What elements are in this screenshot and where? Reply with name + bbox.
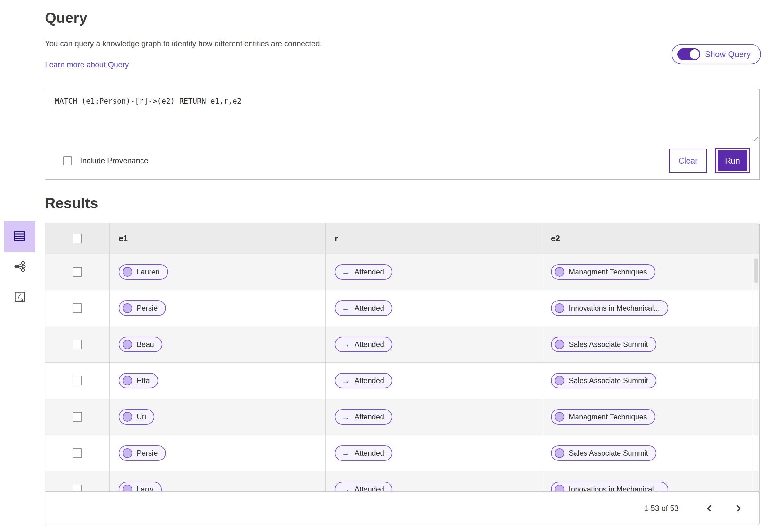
relation-pill[interactable]: → Attended xyxy=(334,337,393,352)
table-row: Persie → Attended Innovations in Mechani… xyxy=(45,290,759,326)
entity-pill-e1[interactable]: Larry xyxy=(119,482,162,492)
entity-pill-e1[interactable]: Etta xyxy=(119,373,158,388)
entity-circle-icon xyxy=(123,485,132,492)
entity-circle-icon xyxy=(555,448,564,458)
row-checkbox[interactable] xyxy=(72,448,82,458)
table-row: Lauren → Attended Managment Techniques xyxy=(45,254,759,290)
route-map-icon xyxy=(15,292,25,303)
table-row: Etta → Attended Sales Associate Summit xyxy=(45,362,759,399)
entity-pill-e2[interactable]: Managment Techniques xyxy=(551,264,656,280)
entity-pill-e1[interactable]: Uri xyxy=(119,409,154,425)
relation-arrow-icon: → xyxy=(342,376,350,385)
show-query-label: Show Query xyxy=(705,49,751,59)
table-scrollbar-thumb[interactable] xyxy=(754,258,758,283)
column-label-e1: e1 xyxy=(119,234,128,243)
row-checkbox[interactable] xyxy=(72,340,82,349)
entity-circle-icon xyxy=(123,376,132,385)
results-table: e1 r e2 Lauren → Attend xyxy=(45,223,760,492)
header-cell-e1: e1 xyxy=(109,223,325,254)
table-row: Uri → Attended Managment Techniques xyxy=(45,399,759,435)
entity-pill-e2[interactable]: Sales Associate Summit xyxy=(551,337,656,352)
next-page-button[interactable] xyxy=(727,499,747,518)
header-cell-r: r xyxy=(325,223,542,254)
chevron-right-icon xyxy=(733,505,740,511)
entity-pill-e1[interactable]: Beau xyxy=(119,337,162,352)
query-textarea[interactable]: MATCH (e1:Person)-[r]->(e2) RETURN e1,r,… xyxy=(45,89,759,142)
results-section-title: Results xyxy=(45,195,98,212)
header-gutter-cell xyxy=(754,223,760,254)
pagination-range-label: 1-53 of 53 xyxy=(644,504,679,513)
entity-pill-e2[interactable]: Innovations in Mechanical... xyxy=(551,300,668,316)
column-label-e2: e2 xyxy=(551,234,560,243)
relation-arrow-icon: → xyxy=(342,485,350,492)
entity-circle-icon xyxy=(555,376,564,385)
network-graph-icon xyxy=(14,261,26,273)
toggle-switch-on-icon xyxy=(677,48,700,60)
include-provenance-checkbox[interactable] xyxy=(63,156,72,165)
row-checkbox[interactable] xyxy=(72,485,82,492)
entity-circle-icon xyxy=(123,303,132,313)
entity-circle-icon xyxy=(555,267,564,277)
relation-pill[interactable]: → Attended xyxy=(334,409,393,425)
chevron-left-icon xyxy=(707,505,714,511)
run-button[interactable]: Run xyxy=(716,149,749,172)
relation-arrow-icon: → xyxy=(342,340,350,349)
query-footer: Include Provenance Clear Run xyxy=(45,142,759,179)
query-section-title: Query xyxy=(45,10,88,26)
table-row: Beau → Attended Sales Associate Summit xyxy=(45,326,759,362)
table-row: Larry → Attended Innovations in Mechanic… xyxy=(45,471,759,492)
view-switcher-rail xyxy=(0,221,42,313)
entity-circle-icon xyxy=(123,412,132,422)
row-checkbox[interactable] xyxy=(72,376,82,385)
relation-pill[interactable]: → Attended xyxy=(334,445,393,461)
table-icon xyxy=(14,231,25,242)
query-description: You can query a knowledge graph to ident… xyxy=(45,39,322,48)
row-checkbox[interactable] xyxy=(72,267,82,277)
relation-arrow-icon: → xyxy=(342,304,350,312)
table-body: Lauren → Attended Managment Techniques P… xyxy=(45,254,759,492)
header-checkbox-cell xyxy=(45,223,109,254)
relation-pill[interactable]: → Attended xyxy=(334,482,393,492)
entity-circle-icon xyxy=(555,340,564,349)
entity-circle-icon xyxy=(123,267,132,277)
relation-pill[interactable]: → Attended xyxy=(334,300,393,316)
clear-button[interactable]: Clear xyxy=(669,149,707,173)
profile-view-button[interactable] xyxy=(4,282,35,313)
row-checkbox[interactable] xyxy=(72,412,82,422)
show-query-toggle[interactable]: Show Query xyxy=(672,44,761,64)
header-cell-e2: e2 xyxy=(542,223,754,254)
entity-pill-e2[interactable]: Sales Associate Summit xyxy=(551,373,656,388)
entity-pill-e2[interactable]: Managment Techniques xyxy=(551,409,656,425)
entity-pill-e1[interactable]: Persie xyxy=(119,445,166,461)
graph-view-button[interactable] xyxy=(4,252,35,282)
entity-pill-e2[interactable]: Sales Associate Summit xyxy=(551,445,656,461)
include-provenance-label: Include Provenance xyxy=(80,156,148,165)
select-all-checkbox[interactable] xyxy=(72,234,82,243)
learn-more-link[interactable]: Learn more about Query xyxy=(45,60,129,69)
previous-page-button[interactable] xyxy=(701,499,720,518)
entity-circle-icon xyxy=(555,485,564,492)
entity-circle-icon xyxy=(555,303,564,313)
relation-arrow-icon: → xyxy=(342,413,350,421)
entity-circle-icon xyxy=(123,340,132,349)
row-checkbox[interactable] xyxy=(72,303,82,313)
relation-arrow-icon: → xyxy=(342,268,350,276)
entity-pill-e1[interactable]: Lauren xyxy=(119,264,168,280)
column-label-r: r xyxy=(334,234,338,243)
entity-circle-icon xyxy=(555,412,564,422)
relation-arrow-icon: → xyxy=(342,449,350,457)
relation-pill[interactable]: → Attended xyxy=(334,373,393,388)
pagination-bar: 1-53 of 53 xyxy=(45,492,760,525)
table-header-row: e1 r e2 xyxy=(45,223,759,254)
page: Query You can query a knowledge graph to… xyxy=(0,0,770,532)
table-row: Persie → Attended Sales Associate Summit xyxy=(45,435,759,471)
relation-pill[interactable]: → Attended xyxy=(334,264,393,280)
entity-pill-e2[interactable]: Innovations in Mechanical... xyxy=(551,482,668,492)
entity-circle-icon xyxy=(123,448,132,458)
entity-pill-e1[interactable]: Persie xyxy=(119,300,166,316)
table-view-button[interactable] xyxy=(4,221,35,252)
query-editor-panel: MATCH (e1:Person)-[r]->(e2) RETURN e1,r,… xyxy=(45,89,760,180)
